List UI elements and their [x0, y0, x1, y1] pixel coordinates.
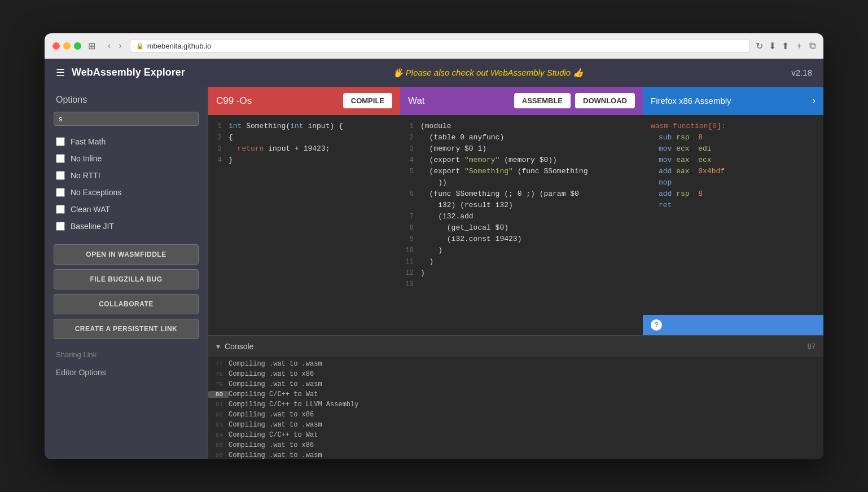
browser-chrome: ⊞ ‹ › 🔒 mbebenita.github.io ↻ ⬇ ⬆ ＋ ⧉ [45, 33, 823, 59]
app-body: ☰ WebAssembly Explorer 🖐 Please also che… [45, 59, 823, 459]
code-line: 2 { [208, 132, 400, 143]
checkbox-list: Fast Math No Inline No RTTI No Exception… [45, 130, 208, 238]
code-line: )) [400, 177, 643, 188]
console-title: Console [225, 342, 253, 351]
line-number: 80 [208, 391, 229, 398]
code-line: 3 return input + 19423; [208, 143, 400, 155]
panels-row: Options s O0 O1 O2 O3 [45, 87, 823, 459]
console-text: Compiling .wat to x86 [229, 370, 314, 378]
line-number: 77 [208, 361, 229, 367]
new-tab-button[interactable]: ＋ [795, 40, 804, 52]
code-line: 6 (func $Something (; 0 ;) (param $0 [400, 188, 643, 200]
console-text: Compiling .wat to x86 [229, 441, 314, 449]
no-inline-input[interactable] [56, 154, 65, 163]
c99-code[interactable]: 1 int Something(int input) { 2 { 3 retur… [208, 115, 400, 335]
baseline-jit-checkbox[interactable]: Baseline JIT [54, 218, 199, 234]
share-button[interactable]: ⬆ [782, 41, 789, 51]
code-line: 3 (memory $0 1) [400, 143, 643, 155]
clean-wat-input[interactable] [56, 205, 65, 214]
fast-math-checkbox[interactable]: Fast Math [54, 134, 199, 150]
console-line: 86 Compiling .wat to .wasm [208, 450, 823, 459]
open-wasmfiddle-button[interactable]: OPEN IN WASMFIDDLE [54, 244, 199, 265]
dropdown-wrapper: s O0 O1 O2 O3 [54, 112, 199, 126]
collaborate-button[interactable]: COLLABORATE [54, 294, 199, 314]
console-text: Compiling .wat to .wasm [229, 360, 322, 368]
console-text: Compiling .wat to .wasm [229, 380, 322, 388]
sidebar-toggle-icon[interactable]: ⊞ [88, 41, 95, 51]
create-link-button[interactable]: CREATE A PERSISTENT LINK [54, 319, 199, 339]
console-text: Compiling .wat to x86 [229, 411, 314, 419]
baseline-jit-input[interactable] [56, 222, 65, 231]
clean-wat-label: Clean WAT [71, 205, 110, 214]
collapse-button[interactable]: › [812, 95, 816, 107]
browser-nav: ‹ › [106, 39, 124, 52]
assemble-button[interactable]: ASSEMBLE [514, 93, 571, 108]
no-rtti-checkbox[interactable]: No RTTI [54, 168, 199, 183]
code-line: 2 (table 0 anyfunc) [400, 132, 643, 143]
hamburger-icon[interactable]: ☰ [56, 67, 65, 79]
code-line: 10 ) [400, 245, 643, 256]
no-rtti-input[interactable] [56, 171, 65, 180]
console-text: Compiling .wat to .wasm [229, 421, 322, 429]
clean-wat-checkbox[interactable]: Clean WAT [54, 201, 199, 217]
asm-code[interactable]: wasm-function[0]: sub rsp, 8 mov ecx, ed… [643, 115, 823, 315]
url-text: mbebenita.github.io [147, 42, 211, 50]
download-browser-button[interactable]: ⬇ [769, 41, 776, 51]
wat-code[interactable]: 1(module 2 (table 0 anyfunc) 3 (memory $… [400, 115, 643, 335]
baseline-jit-label: Baseline JIT [71, 222, 114, 231]
download-button[interactable]: DOWNLOAD [575, 93, 635, 108]
asm-line: add eax, 0x4bdf [651, 166, 816, 177]
line-number: 78 [208, 371, 229, 377]
asm-line: nop [651, 177, 816, 188]
fast-math-input[interactable] [56, 137, 65, 146]
line-number: 82 [208, 411, 229, 418]
refresh-button[interactable]: ↻ [756, 41, 763, 51]
close-button[interactable] [52, 42, 60, 50]
compile-button[interactable]: COMPILE [343, 93, 392, 108]
traffic-lights [52, 42, 81, 50]
optimization-dropdown[interactable]: s O0 O1 O2 O3 [54, 112, 199, 126]
console-header: ▾ Console 87 [208, 336, 823, 357]
editor-options-label: Editor Options [45, 363, 208, 381]
asm-line: mov eax, ecx [651, 155, 816, 166]
console-line: 84 Compiling C/C++ to Wat [208, 430, 823, 440]
code-line: 4 } [208, 155, 400, 166]
no-inline-checkbox[interactable]: No Inline [54, 151, 199, 166]
wat-title: Wat [408, 95, 510, 107]
code-line: 1 int Something(int input) { [208, 121, 400, 132]
minimize-button[interactable] [63, 42, 71, 50]
asm-line: add rsp, 8 [651, 188, 816, 200]
file-bugzilla-button[interactable]: FILE BUGZILLA BUG [54, 269, 199, 289]
help-icon[interactable]: ? [651, 319, 662, 331]
console-text: Compiling C/C++ to Wat [229, 390, 318, 398]
forward-button[interactable]: › [116, 39, 124, 52]
asm-title: Firefox x86 Assembly [651, 96, 812, 106]
code-line: 1(module [400, 121, 643, 132]
back-button[interactable]: ‹ [106, 39, 113, 52]
maximize-button[interactable] [74, 42, 81, 50]
no-exceptions-checkbox[interactable]: No Exceptions [54, 184, 199, 200]
panels-top: C99 -Os COMPILE 1 int Something(int inpu… [208, 87, 823, 335]
tabs-button[interactable]: ⧉ [809, 41, 816, 51]
options-label: Options [45, 87, 208, 109]
c99-title: C99 -Os [216, 95, 337, 107]
app-header: ☰ WebAssembly Explorer 🖐 Please also che… [45, 59, 823, 87]
no-exceptions-input[interactable] [56, 188, 65, 197]
header-notice: 🖐 Please also check out WebAssembly Stud… [185, 68, 792, 78]
dropdown-row: s O0 O1 O2 O3 [45, 109, 208, 130]
sidebar: Options s O0 O1 O2 O3 [45, 87, 208, 459]
browser-window: ⊞ ‹ › 🔒 mbebenita.github.io ↻ ⬇ ⬆ ＋ ⧉ ☰ … [45, 33, 823, 459]
no-exceptions-label: No Exceptions [71, 188, 121, 197]
console-output[interactable]: 77 Compiling .wat to .wasm 78 Compiling … [208, 357, 823, 459]
c99-header: C99 -Os COMPILE [208, 87, 400, 115]
console-text: Compiling C/C++ to LLVM Assembly [229, 401, 358, 408]
console-toggle-button[interactable]: ▾ [216, 342, 220, 351]
asm-help-bar: ? [643, 315, 823, 335]
code-line: 7 (i32.add [400, 211, 643, 222]
code-line: 11 ) [400, 256, 643, 267]
console-line: 77 Compiling .wat to .wasm [208, 359, 823, 369]
wat-header: Wat ASSEMBLE DOWNLOAD [400, 87, 643, 115]
address-bar[interactable]: 🔒 mbebenita.github.io [130, 39, 750, 53]
console-count: 87 [808, 342, 816, 350]
sidebar-buttons: OPEN IN WASMFIDDLE FILE BUGZILLA BUG COL… [45, 238, 208, 346]
